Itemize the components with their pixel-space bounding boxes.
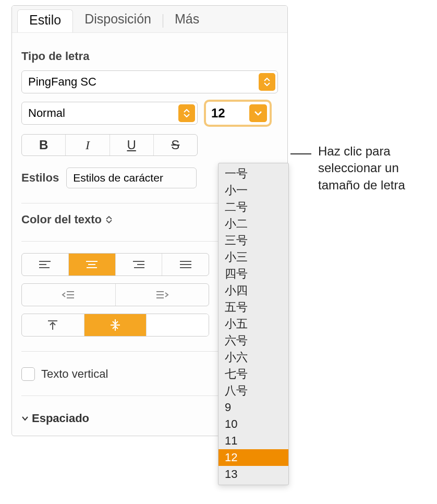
- character-styles-select[interactable]: Estilos de carácter: [66, 167, 197, 188]
- font-size-value[interactable]: 12: [206, 106, 249, 121]
- font-family-value: PingFang SC: [28, 75, 96, 89]
- font-size-menu[interactable]: 一号小一二号小二三号小三四号小四五号小五六号小六七号八号910111213: [218, 163, 289, 485]
- valign-top-button[interactable]: [22, 314, 84, 336]
- size-menu-item[interactable]: 9: [218, 399, 288, 416]
- size-menu-item[interactable]: 小三: [218, 249, 288, 266]
- text-format-buttons: B I U S: [21, 134, 198, 156]
- chevron-updown-icon: [259, 73, 275, 91]
- chevron-down-icon: [21, 415, 29, 422]
- italic-button[interactable]: I: [66, 135, 110, 155]
- size-menu-item[interactable]: 小四: [218, 282, 288, 299]
- callout-text: Haz clic para seleccionar un tamaño de l…: [318, 143, 435, 194]
- font-weight-select[interactable]: Normal: [21, 102, 198, 125]
- font-family-select[interactable]: PingFang SC: [21, 70, 278, 93]
- size-menu-item[interactable]: 八号: [218, 382, 288, 399]
- outdent-button[interactable]: [22, 284, 116, 306]
- text-color-label: Color del texto: [21, 213, 102, 226]
- size-menu-item[interactable]: 小一: [218, 182, 288, 199]
- size-menu-item[interactable]: 六号: [218, 332, 288, 349]
- horizontal-align-group: [21, 253, 209, 276]
- size-menu-item[interactable]: 小六: [218, 349, 288, 366]
- font-size-field[interactable]: 12: [204, 100, 272, 127]
- align-justify-button[interactable]: [162, 254, 209, 275]
- tab-layout[interactable]: Disposición: [73, 9, 163, 33]
- strikethrough-button[interactable]: S: [154, 135, 197, 155]
- styles-label: Estilos: [21, 171, 59, 185]
- align-right-button[interactable]: [116, 254, 163, 275]
- character-styles-value: Estilos de carácter: [73, 172, 163, 184]
- size-menu-item[interactable]: 小二: [218, 215, 288, 232]
- size-menu-item[interactable]: 五号: [218, 299, 288, 316]
- callout-leader: [290, 153, 311, 154]
- spacing-label: Espaciado: [32, 412, 89, 425]
- vertical-text-checkbox[interactable]: [21, 367, 35, 381]
- size-menu-item[interactable]: 三号: [218, 232, 288, 249]
- vertical-align-group: [21, 314, 209, 337]
- indent-button[interactable]: [116, 284, 209, 306]
- size-menu-item[interactable]: 二号: [218, 199, 288, 215]
- indent-group: [21, 283, 209, 306]
- size-menu-item[interactable]: 10: [218, 416, 288, 433]
- size-menu-item[interactable]: 四号: [218, 266, 288, 282]
- size-menu-item[interactable]: 12: [218, 449, 288, 466]
- align-left-button[interactable]: [22, 254, 69, 275]
- tab-more[interactable]: Más: [163, 9, 211, 33]
- valign-bottom-button[interactable]: [147, 314, 209, 336]
- chevron-down-icon[interactable]: [249, 104, 267, 122]
- tabs: Estilo Disposición Más: [12, 6, 287, 33]
- chevron-updown-icon: [106, 216, 112, 223]
- size-menu-item[interactable]: 七号: [218, 366, 288, 382]
- underline-button[interactable]: U: [110, 135, 154, 155]
- bold-button[interactable]: B: [22, 135, 66, 155]
- size-menu-item[interactable]: 一号: [218, 165, 288, 182]
- size-menu-item[interactable]: 11: [218, 433, 288, 449]
- size-menu-item[interactable]: 小五: [218, 316, 288, 332]
- font-section-label: Tipo de letra: [21, 50, 278, 63]
- tab-style[interactable]: Estilo: [17, 9, 73, 32]
- font-weight-value: Normal: [28, 106, 65, 120]
- valign-middle-button[interactable]: [84, 314, 147, 336]
- chevron-updown-icon: [178, 104, 195, 122]
- align-center-button[interactable]: [69, 254, 116, 275]
- vertical-text-label: Texto vertical: [41, 367, 108, 381]
- size-menu-item[interactable]: 13: [218, 466, 288, 483]
